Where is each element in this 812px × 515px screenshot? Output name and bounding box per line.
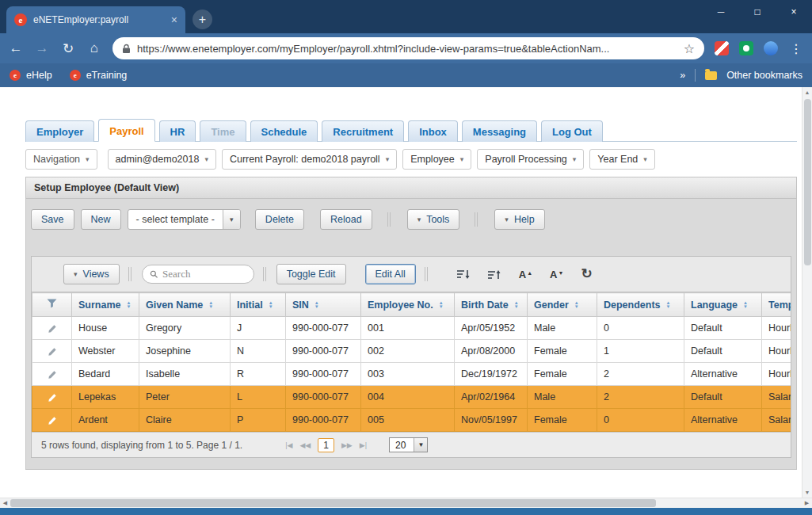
sort-icon[interactable]: ▲▼: [208, 301, 213, 309]
search-box[interactable]: [142, 265, 254, 284]
column-header-employee-no[interactable]: Employee No.▲▼: [361, 293, 455, 317]
edit-pencil-icon[interactable]: [48, 368, 57, 380]
browser-tab[interactable]: e eNETEmployer:payroll ×: [6, 6, 185, 33]
other-bookmarks-button[interactable]: Other bookmarks: [726, 70, 802, 81]
nav-tab-employer[interactable]: Employer: [25, 120, 94, 142]
column-header-initial[interactable]: Initial▲▼: [231, 293, 286, 317]
bookmark-star-icon[interactable]: ☆: [684, 41, 695, 56]
menu-year-end[interactable]: Year End▾: [589, 149, 655, 170]
extension-icon[interactable]: [764, 41, 778, 55]
close-button[interactable]: ×: [776, 0, 812, 24]
sort-icon[interactable]: ▲▼: [574, 301, 579, 309]
filter-column-header[interactable]: [32, 293, 72, 317]
horizontal-scrollbar-thumb[interactable]: [10, 499, 656, 507]
menu-current-payroll-demo2018-payroll[interactable]: Current Payroll: demo2018 payroll▾: [222, 149, 397, 170]
new-button[interactable]: New: [81, 209, 121, 230]
column-header-birth-date[interactable]: Birth Date▲▼: [455, 293, 528, 317]
column-header-sin[interactable]: SIN▲▼: [286, 293, 361, 317]
nav-tab-schedule[interactable]: Schedule: [250, 120, 318, 142]
pager-page-1[interactable]: 1: [318, 438, 334, 452]
reload-button[interactable]: Reload: [320, 209, 372, 230]
edit-pencil-icon[interactable]: [48, 322, 57, 334]
scroll-up-icon[interactable]: ▲: [805, 87, 810, 97]
bookmarks-overflow-icon[interactable]: »: [680, 70, 685, 81]
pager-prev[interactable]: ◀◀: [299, 441, 311, 449]
bookmark-etraining[interactable]: eeTraining: [70, 70, 128, 81]
forward-icon[interactable]: →: [34, 40, 50, 56]
font-decrease-icon[interactable]: A▼: [550, 269, 563, 280]
nav-tab-recruitment[interactable]: Recruitment: [322, 120, 404, 142]
collapse-rows-icon[interactable]: [488, 269, 501, 280]
menu-navigation[interactable]: Navigation▾: [25, 149, 97, 170]
column-header-language[interactable]: Language▲▼: [684, 293, 762, 317]
view-title: Setup Employee (Default View): [34, 182, 179, 193]
sort-icon[interactable]: ▲▼: [269, 301, 273, 309]
address-bar[interactable]: https://www.enetemployer.com/myEmployer/…: [112, 37, 704, 59]
maximize-button[interactable]: □: [739, 0, 776, 24]
expand-rows-icon[interactable]: [457, 269, 471, 280]
horizontal-scrollbar[interactable]: ◀ ▶: [0, 498, 812, 508]
search-input[interactable]: [162, 268, 246, 280]
cell: Dec/19/1972: [455, 363, 528, 386]
menu-payroll-processing[interactable]: Payroll Processing▾: [477, 149, 584, 170]
extension-icon[interactable]: [715, 41, 729, 55]
table-row[interactable]: LepekasPeterL990-000-077004Apr/02/1964Ma…: [32, 386, 791, 409]
column-header-dependents[interactable]: Dependents▲▼: [597, 293, 684, 317]
help-button[interactable]: ▾ Help: [494, 209, 544, 230]
edit-pencil-icon[interactable]: [48, 391, 57, 402]
new-tab-button[interactable]: +: [193, 10, 212, 29]
table-row[interactable]: WebsterJosephineN990-000-077002Apr/08/20…: [32, 340, 791, 363]
pager-last[interactable]: ▶|: [360, 441, 367, 449]
sort-icon[interactable]: ▲▼: [127, 301, 132, 309]
page-size-select[interactable]: 20 ▼: [389, 437, 428, 452]
bookmark-ehelp[interactable]: eeHelp: [10, 70, 52, 81]
views-button[interactable]: ▾ Views: [63, 264, 120, 284]
sort-icon[interactable]: ▲▼: [743, 301, 748, 309]
scroll-left-icon[interactable]: ◀: [0, 498, 10, 508]
vertical-scrollbar-thumb[interactable]: [804, 99, 811, 265]
chevron-down-icon[interactable]: ▾: [223, 210, 240, 229]
table-row[interactable]: HouseGregoryJ990-000-077001Apr/05/1952Ma…: [32, 317, 791, 340]
minimize-button[interactable]: ─: [703, 0, 739, 24]
edit-all-button[interactable]: Edit All: [365, 264, 416, 284]
tools-button[interactable]: ▾ Tools: [407, 209, 460, 230]
sort-icon[interactable]: ▲▼: [666, 301, 671, 309]
edit-pencil-icon[interactable]: [48, 414, 57, 425]
reload-icon[interactable]: ↻: [60, 40, 76, 57]
scroll-right-icon[interactable]: ▶: [802, 498, 812, 508]
vertical-scrollbar[interactable]: ▲ ▼: [802, 87, 812, 498]
sort-icon[interactable]: ▲▼: [439, 301, 444, 309]
toggle-edit-button[interactable]: Toggle Edit: [276, 264, 346, 284]
column-header-surname[interactable]: Surname▲▼: [72, 293, 139, 317]
nav-tab-log-out[interactable]: Log Out: [541, 120, 603, 142]
table-row[interactable]: BedardIsabelleR990-000-077003Dec/19/1972…: [32, 363, 791, 386]
save-button[interactable]: Save: [31, 209, 74, 230]
back-icon[interactable]: ←: [8, 40, 24, 56]
template-select[interactable]: - select template - ▾: [128, 209, 241, 230]
sort-icon[interactable]: ▲▼: [315, 301, 319, 309]
column-header-gender[interactable]: Gender▲▼: [528, 293, 597, 317]
browser-menu-icon[interactable]: ⋮: [790, 41, 802, 56]
edit-pencil-icon[interactable]: [48, 345, 57, 357]
font-increase-icon[interactable]: A▲: [519, 269, 532, 280]
chevron-down-icon: ▾: [386, 155, 390, 163]
nav-tab-hr[interactable]: HR: [159, 120, 196, 142]
chevron-down-icon: ▾: [74, 270, 78, 278]
nav-tab-messaging[interactable]: Messaging: [462, 120, 537, 142]
home-icon[interactable]: ⌂: [86, 40, 102, 56]
pager-first[interactable]: |◀: [285, 441, 292, 449]
scroll-down-icon[interactable]: ▼: [805, 487, 810, 498]
reset-view-icon[interactable]: ↻: [581, 268, 592, 280]
extension-icon[interactable]: [739, 41, 753, 55]
menu-employee[interactable]: Employee▾: [402, 149, 471, 170]
sort-icon[interactable]: ▲▼: [514, 301, 519, 309]
pager-next[interactable]: ▶▶: [341, 441, 353, 449]
column-header-given-name[interactable]: Given Name▲▼: [139, 293, 231, 317]
column-header-template[interactable]: Template▲▼: [762, 293, 791, 317]
menu-admin-demo2018[interactable]: admin@demo2018▾: [108, 149, 216, 170]
table-row[interactable]: ArdentClaireP990-000-077005Nov/05/1997Fe…: [32, 409, 791, 432]
nav-tab-inbox[interactable]: Inbox: [408, 120, 458, 142]
delete-button[interactable]: Delete: [255, 209, 304, 230]
nav-tab-payroll[interactable]: Payroll: [98, 119, 154, 142]
tab-close-icon[interactable]: ×: [171, 13, 177, 26]
